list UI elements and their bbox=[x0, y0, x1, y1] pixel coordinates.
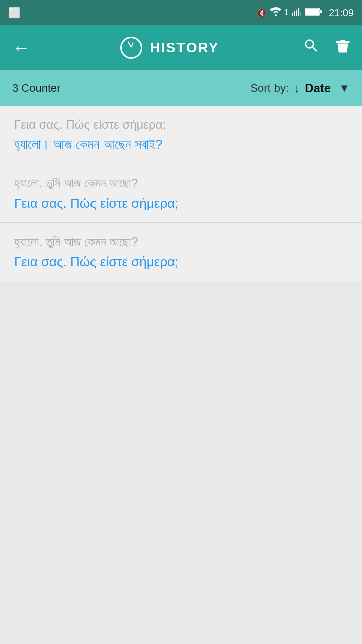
history-item-3-line1: হ্যালো. তুমি আজ কেমন আছো? bbox=[14, 234, 348, 250]
back-button[interactable]: ← bbox=[8, 33, 34, 62]
app-bar-title: HISTORY bbox=[150, 40, 219, 56]
svg-rect-4 bbox=[300, 12, 301, 16]
screen-icon: ⬜ bbox=[8, 7, 21, 19]
search-button[interactable] bbox=[301, 35, 322, 60]
sort-by-label: Sort by: bbox=[250, 82, 289, 95]
history-item-1-line1: Γεια σας. Πώς είστε σήμερα; bbox=[14, 117, 348, 133]
history-item-2-line1: হ্যালো. তুমি আজ কেমন আছো? bbox=[14, 175, 348, 191]
battery-icon bbox=[305, 7, 322, 18]
svg-rect-2 bbox=[296, 10, 297, 16]
history-item-2-line2: Γεια σας. Πώς είστε σήμερα; bbox=[14, 195, 348, 212]
sort-value: Date bbox=[305, 81, 331, 95]
wifi-icon bbox=[270, 7, 281, 18]
status-bar: ⬜ 🔇 1 21:09 bbox=[0, 0, 362, 25]
counter-text: 3 Counter bbox=[12, 82, 250, 95]
time-display: 21:09 bbox=[329, 7, 354, 19]
mute-icon: 🔇 bbox=[257, 8, 267, 18]
svg-rect-1 bbox=[294, 11, 295, 16]
clock-icon bbox=[120, 37, 142, 59]
status-bar-left: ⬜ bbox=[8, 7, 21, 19]
history-item-3-line2: Γεια σας. Πώς είστε σήμερα; bbox=[14, 253, 348, 271]
svg-rect-7 bbox=[305, 9, 319, 15]
history-item-1-line2: হ্যালো। আজ কেমন আছেন সবাই? bbox=[14, 136, 348, 153]
svg-rect-0 bbox=[292, 13, 293, 16]
sort-dropdown-button[interactable]: ▼ bbox=[339, 82, 350, 95]
history-item-3[interactable]: হ্যালো. তুমি আজ কেমন আছো? Γεια σας. Πώς … bbox=[0, 223, 362, 281]
clock-hand-min bbox=[127, 41, 131, 47]
history-item-1[interactable]: Γεια σας. Πώς είστε σήμερα; হ্যালো। আজ ক… bbox=[0, 106, 362, 164]
app-bar-title-area: HISTORY bbox=[38, 37, 301, 59]
history-list: Γεια σας. Πώς είστε σήμερα; হ্যালো। আজ ক… bbox=[0, 106, 362, 281]
sort-bar: 3 Counter Sort by: ↓ Date ▼ bbox=[0, 70, 362, 106]
delete-button[interactable] bbox=[332, 35, 354, 61]
svg-rect-6 bbox=[320, 10, 322, 13]
history-item-2[interactable]: হ্যালো. তুমি আজ কেমন আছো? Γεια σας. Πώς … bbox=[0, 164, 362, 222]
svg-rect-3 bbox=[298, 8, 299, 16]
sim-icon: 1 bbox=[284, 8, 289, 17]
status-bar-right: 🔇 1 21:09 bbox=[257, 7, 354, 19]
sort-controls: Sort by: ↓ Date ▼ bbox=[250, 81, 350, 95]
signal-icon bbox=[292, 7, 302, 18]
sort-direction-icon: ↓ bbox=[294, 81, 300, 95]
app-bar-actions bbox=[301, 35, 354, 61]
app-bar: ← HISTORY bbox=[0, 25, 362, 70]
